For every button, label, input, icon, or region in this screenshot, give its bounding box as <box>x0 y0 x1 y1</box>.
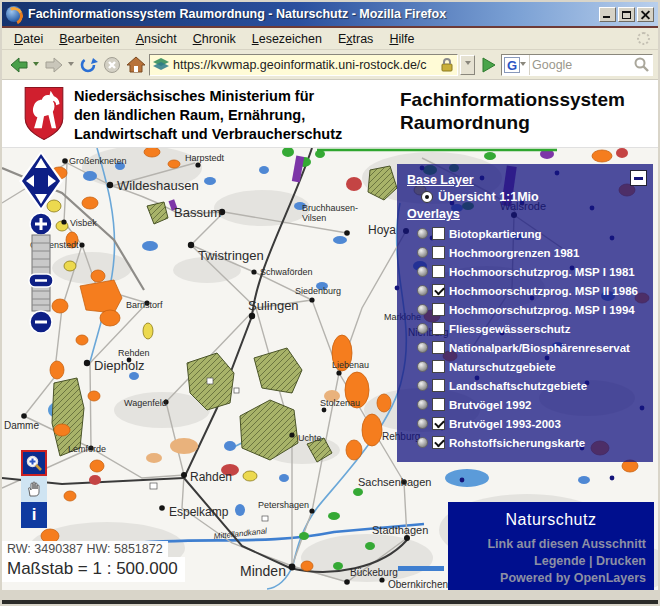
pan-control[interactable] <box>19 151 63 211</box>
overlay-checkbox[interactable] <box>432 322 445 335</box>
overlay-checkbox[interactable] <box>432 360 445 373</box>
overlay-checkbox[interactable] <box>432 417 445 430</box>
overlay-row[interactable]: Brutvögel 1992 <box>417 395 647 414</box>
overlay-row[interactable]: Hochmoorschutzprog. MSP I 1981 <box>417 262 647 281</box>
zoom-box-tool-button[interactable] <box>21 450 47 476</box>
forward-icon <box>43 55 65 75</box>
back-button[interactable] <box>7 53 31 77</box>
overlay-checkbox[interactable] <box>432 398 445 411</box>
zoom-slider-track[interactable] <box>32 235 50 311</box>
go-button[interactable] <box>477 53 499 77</box>
overlay-row[interactable]: Hochmoorschutzprog. MSP II 1986 <box>417 281 647 300</box>
svg-text:Sachsenhagen: Sachsenhagen <box>358 476 431 488</box>
svg-text:Petershagen: Petershagen <box>258 500 309 510</box>
menu-hilfe[interactable]: Hilfe <box>381 30 422 48</box>
menu-chronik[interactable]: Chronik <box>185 30 244 48</box>
zoom-box-icon <box>25 454 43 472</box>
layer-status-icon <box>417 247 428 258</box>
link-extent[interactable]: Link auf diesen Ausschnitt <box>487 537 646 551</box>
search-engine-button[interactable]: G <box>502 55 530 75</box>
overlay-row[interactable]: Rohstoffsicherungskarte <box>417 433 647 452</box>
base-layer-radio[interactable] <box>421 191 433 203</box>
overlay-checkbox[interactable] <box>432 227 445 240</box>
reload-button[interactable] <box>77 53 99 77</box>
url-bar[interactable]: https://kvwmap.geoinformatik.uni-rostock… <box>149 54 458 76</box>
overlay-row[interactable]: Fliessgewässerschutz <box>417 319 647 338</box>
layer-status-icon <box>417 266 428 277</box>
menu-extras[interactable]: Extras <box>330 30 381 48</box>
minimize-button[interactable] <box>599 7 616 22</box>
overlay-row[interactable]: Nationalpark/Biosphärenreservat <box>417 338 647 357</box>
svg-text:Rehden: Rehden <box>118 348 150 358</box>
overlay-checkbox[interactable] <box>432 341 445 354</box>
overlay-checkbox[interactable] <box>432 246 445 259</box>
panzoom-control[interactable] <box>19 151 63 339</box>
title-bar[interactable]: Fachinformationssystem Raumordnung - Nat… <box>2 2 658 26</box>
pan-tool-button[interactable] <box>21 476 47 502</box>
stop-icon <box>102 55 122 75</box>
overlay-checkbox[interactable] <box>432 303 445 316</box>
svg-text:Espelkamp: Espelkamp <box>169 505 229 519</box>
home-button[interactable] <box>125 53 147 77</box>
forward-dropdown[interactable] <box>68 62 74 69</box>
svg-text:Visbek: Visbek <box>70 218 97 228</box>
overlay-checkbox[interactable] <box>432 265 445 278</box>
forward-button[interactable] <box>42 53 66 77</box>
stop-button[interactable] <box>101 53 123 77</box>
layer-switcher-panel: Base Layer Übersicht 1:1Mio Overlays Bio… <box>397 164 653 462</box>
overlay-row[interactable]: Hochmoorschutzprog. MSP I 1994 <box>417 300 647 319</box>
layer-status-icon <box>417 380 428 391</box>
search-box[interactable]: G <box>501 54 653 76</box>
back-icon <box>8 55 30 75</box>
svg-text:Diepholz: Diepholz <box>94 358 145 373</box>
svg-text:Hoya: Hoya <box>368 223 396 237</box>
menu-ansicht[interactable]: Ansicht <box>128 30 185 48</box>
link-powered-by-openlayers[interactable]: Powered by OpenLayers <box>500 571 646 585</box>
info-tool-button[interactable]: i <box>21 502 47 528</box>
url-history-dropdown[interactable] <box>460 55 475 75</box>
menu-datei[interactable]: Datei <box>6 30 51 48</box>
home-icon <box>126 55 146 75</box>
hand-icon <box>25 480 43 498</box>
layer-switcher-minimize-button[interactable] <box>630 170 647 186</box>
overlay-row[interactable]: Biotopkartierung <box>417 224 647 243</box>
navigation-toolbar: https://kvwmap.geoinformatik.uni-rostock… <box>2 50 658 80</box>
overlay-row[interactable]: Landschaftschutzgebiete <box>417 376 647 395</box>
link-legend[interactable]: Legende <box>534 554 585 568</box>
link-print[interactable]: Drucken <box>596 554 646 568</box>
zoom-out-button[interactable] <box>30 311 52 333</box>
close-button[interactable] <box>637 7 654 22</box>
svg-text:Schwaförden: Schwaförden <box>260 267 313 277</box>
back-dropdown[interactable] <box>33 62 39 69</box>
magnifier-icon <box>633 56 650 73</box>
overlay-checkbox[interactable] <box>432 379 445 392</box>
overlay-row[interactable]: Naturschutzgebiete <box>417 357 647 376</box>
zoom-in-button[interactable] <box>30 213 52 235</box>
lock-icon <box>440 57 454 72</box>
menu-bearbeiten[interactable]: Bearbeiten <box>51 30 127 48</box>
throbber-icon <box>637 32 650 45</box>
zoom-slider-handle[interactable] <box>29 274 53 287</box>
layer-status-icon <box>417 399 428 410</box>
overlay-checkbox[interactable] <box>432 284 445 297</box>
search-engine-dropdown[interactable] <box>520 62 526 69</box>
overlay-checkbox[interactable] <box>432 436 445 449</box>
search-input[interactable] <box>530 56 633 74</box>
map-tools: i <box>21 450 47 528</box>
steinhuder-meer <box>445 469 489 487</box>
maximize-button[interactable] <box>618 7 635 22</box>
base-layer-option[interactable]: Übersicht 1:1Mio <box>421 190 647 204</box>
url-text[interactable]: https://kvwmap.geoinformatik.uni-rostock… <box>173 58 440 72</box>
info-icon: i <box>32 505 37 525</box>
layer-status-icon <box>417 437 428 448</box>
scale-readout: Maßstab = 1 : 500.000 <box>2 557 185 582</box>
layer-status-icon <box>417 228 428 239</box>
layer-status-icon <box>417 323 428 334</box>
map-viewport[interactable]: Großenkneten Harpstedt Wildeshausen Visb… <box>2 148 658 590</box>
browser-window: Fachinformationssystem Raumordnung - Nat… <box>0 0 660 606</box>
overlay-row[interactable]: Brutvögel 1993-2003 <box>417 414 647 433</box>
base-layer-heading: Base Layer <box>407 173 647 187</box>
overlay-row[interactable]: Hochmoorgrenzen 1981 <box>417 243 647 262</box>
layer-status-icon <box>417 304 428 315</box>
menu-lesezeichen[interactable]: Lesezeichen <box>244 30 330 48</box>
